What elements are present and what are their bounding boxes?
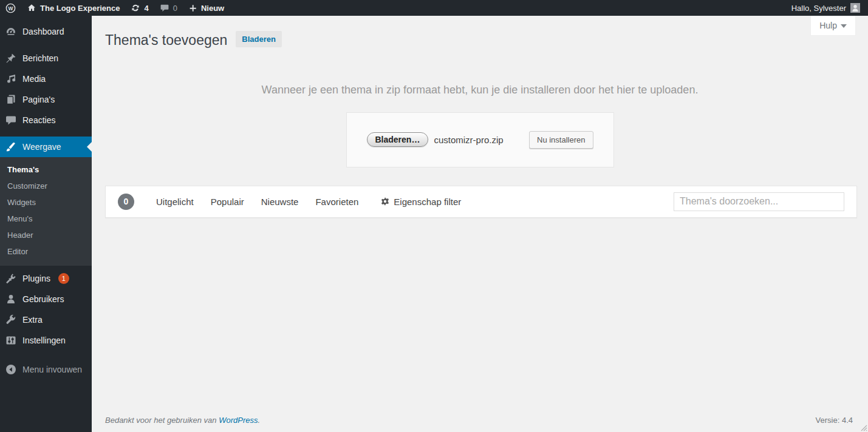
help-tab[interactable]: Hulp: [810, 16, 856, 36]
sidebar-item-label: Media: [22, 74, 46, 84]
comment-icon: [5, 114, 17, 126]
page-title: Thema's toevoegen: [105, 32, 227, 50]
title-row: Thema's toevoegen Bladeren: [92, 16, 868, 50]
submenu-item-header[interactable]: Header: [0, 227, 92, 243]
sidebar-item-label: Gebruikers: [22, 294, 64, 304]
file-browse-button[interactable]: Bladeren…: [367, 132, 429, 147]
theme-upload-form: Bladeren… customizr-pro.zip Nu installer…: [346, 112, 614, 167]
sidebar-item-extra[interactable]: Extra: [0, 309, 92, 330]
sidebar-item-plugins[interactable]: Plugins 1: [0, 268, 92, 289]
avatar: [850, 3, 860, 13]
feature-filter-toggle[interactable]: Eigenschap filter: [380, 197, 461, 207]
sidebar-item-label: Pagina's: [22, 95, 55, 104]
new-label: Nieuw: [201, 4, 224, 13]
pages-icon: [5, 93, 17, 106]
theme-filter-bar: 0 Uitgelicht Populair Nieuwste Favoriete…: [105, 186, 857, 218]
sidebar-item-weergave[interactable]: Weergave: [0, 137, 92, 157]
admin-bar: W The Logo Experience 4 0 Nieuw Hallo, S…: [0, 0, 868, 16]
footer-thanks: Bedankt voor het gebruiken van WordPress…: [105, 416, 260, 425]
wordpress-logo-icon: W: [5, 3, 16, 13]
updates-menu[interactable]: 4: [125, 0, 154, 16]
collapse-arrow-icon: [5, 363, 17, 376]
sidebar-item-label: Weergave: [22, 142, 61, 152]
main-content: Hulp Thema's toevoegen Bladeren Wanneer …: [92, 16, 868, 432]
svg-text:W: W: [8, 5, 13, 11]
browse-themes-button[interactable]: Bladeren: [236, 31, 282, 47]
theme-count-badge: 0: [118, 194, 134, 210]
menu-separator: [0, 130, 92, 137]
resize-grip-icon[interactable]: [859, 423, 867, 431]
collapse-menu-button[interactable]: Menu invouwen: [0, 359, 92, 380]
wrench-icon: [5, 314, 17, 326]
footer-thanks-prefix: Bedankt voor het gebruiken van: [105, 416, 219, 425]
media-icon: [5, 73, 17, 85]
submenu-item-widgets[interactable]: Widgets: [0, 194, 92, 211]
admin-menu: Dashboard Berichten Media: [0, 16, 92, 432]
sidebar-item-label: Plugins: [22, 274, 50, 283]
sidebar-item-label: Instellingen: [22, 336, 66, 345]
feature-filter-label: Eigenschap filter: [394, 197, 461, 207]
paintbrush-icon: [5, 141, 17, 153]
current-menu-arrow: [87, 142, 92, 152]
appearance-submenu: Thema's Customizer Widgets Menu's Header…: [0, 157, 92, 266]
submenu-item-editor[interactable]: Editor: [0, 243, 92, 260]
site-name-menu[interactable]: The Logo Experience: [21, 0, 125, 16]
install-now-button[interactable]: Nu installeren: [529, 131, 593, 149]
sidebar-item-media[interactable]: Media: [0, 69, 92, 89]
menu-separator: [0, 42, 92, 48]
sidebar-item-instellingen[interactable]: Instellingen: [0, 330, 92, 351]
sidebar-item-label: Extra: [22, 315, 43, 325]
sidebar-item-label: Menu invouwen: [22, 365, 82, 374]
comments-icon: [160, 3, 169, 13]
footer-version: Versie: 4.4: [816, 416, 853, 425]
submenu-item-themas[interactable]: Thema's: [0, 161, 92, 178]
sidebar-item-reacties[interactable]: Reacties: [0, 110, 92, 130]
comments-menu[interactable]: 0: [154, 0, 183, 16]
greeting: Hallo, Sylvester: [791, 4, 846, 13]
plus-icon: [188, 4, 197, 13]
plugins-update-badge: 1: [58, 273, 69, 284]
upload-description: Wanneer je een thema in zip formaat hebt…: [92, 84, 868, 96]
selected-file-name: customizr-pro.zip: [434, 135, 503, 145]
plugin-icon: [5, 272, 17, 285]
sidebar-item-label: Reacties: [22, 115, 55, 125]
submenu-item-menus[interactable]: Menu's: [0, 211, 92, 227]
theme-search-input[interactable]: [674, 192, 844, 211]
footer-thanks-suffix: .: [258, 416, 260, 425]
settings-icon: [5, 334, 17, 346]
site-name: The Logo Experience: [40, 4, 120, 13]
filter-link-populair[interactable]: Populair: [211, 197, 244, 207]
new-content-menu[interactable]: Nieuw: [183, 0, 230, 16]
sidebar-item-dashboard[interactable]: Dashboard: [0, 21, 92, 42]
updates-count: 4: [144, 4, 148, 13]
comments-count: 0: [173, 4, 177, 13]
sidebar-item-label: Berichten: [22, 53, 58, 63]
updates-icon: [131, 3, 140, 13]
sidebar-item-paginas[interactable]: Pagina's: [0, 89, 92, 110]
submenu-item-customizer[interactable]: Customizer: [0, 178, 92, 194]
sidebar-item-berichten[interactable]: Berichten: [0, 48, 92, 69]
filter-link-uitgelicht[interactable]: Uitgelicht: [156, 197, 194, 207]
dashboard-icon: [5, 25, 17, 38]
sidebar-item-gebruikers[interactable]: Gebruikers: [0, 289, 92, 309]
sidebar-item-label: Dashboard: [22, 27, 64, 36]
chevron-down-icon: [841, 24, 847, 28]
help-label: Hulp: [819, 21, 837, 30]
home-icon: [27, 3, 36, 13]
user-icon: [5, 293, 17, 305]
filter-link-nieuwste[interactable]: Nieuwste: [261, 197, 299, 207]
wordpress-link[interactable]: WordPress: [219, 416, 258, 425]
my-account-menu[interactable]: Hallo, Sylvester: [784, 0, 868, 16]
wordpress-logo-menu[interactable]: W: [0, 0, 21, 16]
filter-link-favorieten[interactable]: Favorieten: [315, 197, 358, 207]
gear-icon: [380, 197, 390, 206]
pushpin-icon: [5, 52, 17, 64]
